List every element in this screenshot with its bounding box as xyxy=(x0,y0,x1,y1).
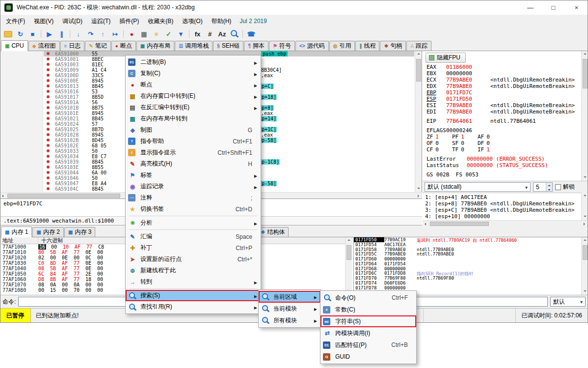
disasm-vertical-scrollbar[interactable] xyxy=(415,51,422,192)
hex-byte[interactable]: 10 xyxy=(63,244,75,250)
hex-byte[interactable]: 00 xyxy=(74,255,85,260)
hex-byte[interactable]: 00 xyxy=(97,282,109,287)
breakpoint-dot-icon[interactable] xyxy=(47,52,50,55)
step-over-icon[interactable]: ↷ xyxy=(84,28,97,39)
hex-byte[interactable]: 0E xyxy=(85,266,97,271)
menu-file[interactable]: 文件(F) xyxy=(1,15,29,28)
flag-value[interactable]: 0 xyxy=(435,146,439,153)
arguments-scrollbar[interactable] xyxy=(581,193,588,220)
menu-goto[interactable]: → 转到 xyxy=(126,276,261,287)
breakpoints-toolbar-icon[interactable]: ● xyxy=(126,28,138,39)
menu-plugins[interactable]: 插件(P) xyxy=(115,15,143,28)
stack-row[interactable]: 0171FD74 D60FE6D6 xyxy=(354,281,588,285)
stack-row[interactable]: 0171FD70 77B69F80 ntdll.77B69F80 xyxy=(354,276,588,281)
stack-row[interactable]: 0171FD58 77B9ABE0 ntdll.77B9ABE0 xyxy=(354,247,588,252)
stack-row[interactable]: 0171FD78 00000000 xyxy=(354,285,588,290)
hex-byte[interactable]: 5B xyxy=(50,250,62,255)
scroll-down-icon[interactable] xyxy=(415,186,422,192)
menu-highlight-mode[interactable]: ✎ 高亮模式(H) H xyxy=(126,158,261,170)
scroll-down-icon[interactable] xyxy=(582,174,588,181)
scroll-up-icon[interactable] xyxy=(346,237,352,244)
argument-row[interactable]: 3: [esp+C] 77B9ABE0 <ntdll.DbgUiRemoteBr… xyxy=(425,207,579,213)
flag-value[interactable]: 0 xyxy=(461,140,464,146)
menu-copy[interactable]: C 复制(C) xyxy=(126,68,261,79)
menu-search[interactable]: 搜索(S) xyxy=(126,290,261,301)
breakpoint-dot-icon[interactable] xyxy=(47,85,50,87)
hex-byte[interactable]: 77 xyxy=(74,260,85,266)
menu-set-new-origin[interactable]: ➤ 设置新的运行点 Ctrl+* xyxy=(126,254,261,265)
hex-byte[interactable]: 77 xyxy=(74,271,85,277)
breakpoint-dot-icon[interactable] xyxy=(47,57,50,60)
hex-byte[interactable]: 15 xyxy=(50,287,62,293)
calling-convention-select[interactable]: 默认 (stdcall) xyxy=(425,182,531,192)
flags-row[interactable]: OF0SF0DF0 xyxy=(427,140,579,146)
stack-row[interactable]: 0171FD54 A0C17EEA xyxy=(354,242,588,247)
hex-byte[interactable]: D8 xyxy=(38,277,50,282)
last-error-row[interactable]: LastError00000000 (ERROR_SUCCESS) xyxy=(427,156,579,162)
menu-search-constant[interactable]: # 常数(C) xyxy=(321,304,416,315)
menu-patch[interactable]: ✚ 补丁 Ctrl+P xyxy=(126,242,261,254)
tab-graph[interactable]: ◈ 流程图 xyxy=(28,41,60,51)
breakpoint-dot-icon[interactable] xyxy=(47,166,50,169)
menu-search-guid[interactable]: G GUID xyxy=(321,351,416,363)
pause-icon[interactable]: ∥ xyxy=(55,28,68,39)
tab-source[interactable]: <> 源代码 xyxy=(295,41,329,51)
menu-find-references[interactable]: 查找引用(R) xyxy=(126,301,261,312)
register-row[interactable]: EBX00000000 xyxy=(427,70,579,77)
tab-dump-3[interactable]: ▦ 内存 3 xyxy=(64,227,95,237)
tab-script[interactable]: ¶ 脚本 xyxy=(244,41,268,51)
hex-byte[interactable]: AF xyxy=(62,260,74,266)
tab-threads[interactable]: ∥ 线程 xyxy=(355,41,379,51)
flag-value[interactable]: 1 xyxy=(435,134,439,140)
breakpoint-dot-icon[interactable] xyxy=(47,101,50,104)
hex-byte[interactable]: 00 xyxy=(97,266,109,271)
hex-byte[interactable]: 0E xyxy=(85,250,97,255)
menu-binary[interactable]: 01 二进制(B) xyxy=(126,57,261,68)
register-value[interactable]: 77B9ABE0 xyxy=(446,83,477,89)
register-value[interactable]: 0171FD7C xyxy=(446,89,477,96)
hex-byte[interactable]: 16 xyxy=(38,244,46,250)
hex-byte[interactable]: 0A xyxy=(50,282,62,287)
spinner-arrows[interactable] xyxy=(546,183,552,191)
search-gear-icon[interactable] xyxy=(228,28,241,39)
breakpoint-dot-icon[interactable] xyxy=(47,149,50,152)
breakpoint-dot-icon[interactable] xyxy=(47,63,50,66)
hex-byte[interactable]: 00 xyxy=(97,277,109,282)
hex-byte[interactable]: AF xyxy=(62,250,74,255)
menu-assemble[interactable]: ✎ 汇编 Space xyxy=(126,231,261,242)
hex-byte[interactable]: 00 xyxy=(85,282,97,287)
menu-comment[interactable]: ⋯ 注释 ; xyxy=(126,192,261,203)
breakpoint-dot-icon[interactable] xyxy=(47,68,50,71)
close-button[interactable]: × xyxy=(565,0,588,15)
hex-byte[interactable]: 18 xyxy=(85,277,97,282)
menu-search-current-module[interactable]: 当前模块 xyxy=(259,303,321,314)
restart-icon[interactable]: ↻ xyxy=(14,28,27,39)
hex-byte[interactable]: AF xyxy=(62,277,74,282)
hex-byte[interactable]: 0A xyxy=(74,282,85,287)
menu-search-current-region[interactable]: 当前区域 xyxy=(259,291,321,303)
scrollbar-thumb[interactable] xyxy=(7,194,120,198)
attach-phone-icon[interactable]: ☎ xyxy=(245,28,257,39)
hex-byte[interactable]: 00 xyxy=(62,287,74,293)
hex-byte[interactable]: 77 xyxy=(74,277,85,282)
arguments-horizontal-scrollbar[interactable] xyxy=(423,220,588,226)
shield-check-icon[interactable]: ✓ xyxy=(162,28,175,39)
menu-search-intermodular-calls[interactable]: ⇄ 跨模块调用(I) xyxy=(321,327,416,339)
argument-row[interactable]: 4: [esp+10] 00000000 xyxy=(425,213,579,220)
hex-byte[interactable]: 08 xyxy=(38,266,50,271)
menu-debug[interactable]: 调试(D) xyxy=(58,15,87,28)
stack-row[interactable]: 0171FD5C 77B9ABE0 ntdll.77B9ABE0 xyxy=(354,252,588,256)
register-value[interactable]: 77B9ABE0 xyxy=(446,109,477,115)
scrollbar-thumb[interactable] xyxy=(583,59,588,88)
scrollbar-thumb[interactable] xyxy=(583,245,588,260)
hex-byte[interactable]: 8B xyxy=(50,277,62,282)
scroll-up-icon[interactable] xyxy=(582,237,588,244)
menu-instruction-help[interactable]: ? 指令帮助 Ctrl+F1 xyxy=(126,136,261,147)
checkbox-box-icon[interactable] xyxy=(555,184,561,190)
menu-search-strings[interactable]: az 字符串(S) xyxy=(321,315,416,327)
command-profile-select[interactable]: 默认 xyxy=(550,297,586,307)
menu-label[interactable]: ⚑ 标签 xyxy=(126,170,261,181)
spinner-down-icon[interactable] xyxy=(546,187,552,192)
tab-handles[interactable]: ❖ 句柄 xyxy=(380,41,406,51)
breakpoint-dot-icon[interactable] xyxy=(47,95,50,98)
